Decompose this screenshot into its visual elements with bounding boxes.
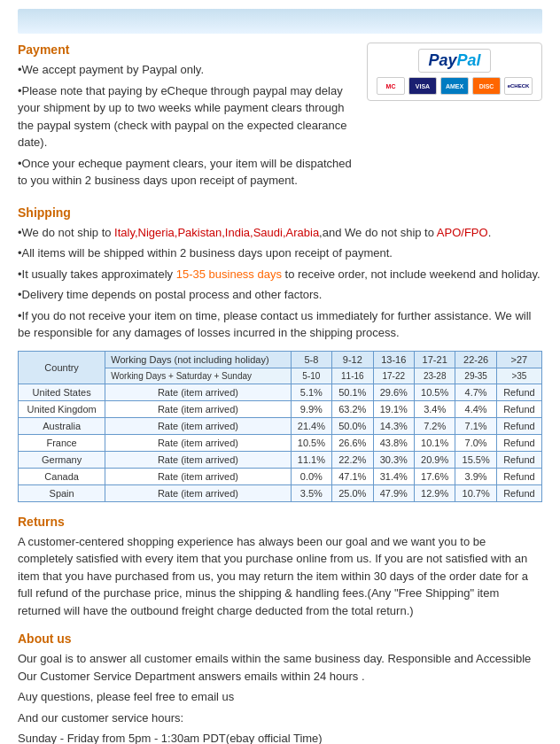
payment-title: Payment <box>18 43 354 57</box>
rate-cell: Rate (item arrived) <box>105 434 291 451</box>
country-cell: Australia <box>19 417 105 434</box>
country-cell: United Kingdom <box>19 400 105 417</box>
table-row: AustraliaRate (item arrived)21.4%50.0%14… <box>19 417 542 434</box>
col-5-8: 5-8 <box>291 351 331 368</box>
shipping-line2: •All items will be shipped within 2 busi… <box>18 244 542 262</box>
value-cell: 47.9% <box>373 484 414 501</box>
working-days-header: Working Days (not including holiday) <box>105 351 291 368</box>
value-cell: 9.9% <box>291 400 331 417</box>
paypal-box: PayPal MC VISA AMEX DISC eCHECK <box>367 43 542 101</box>
sub-col-17-22: 17-22 <box>373 368 414 384</box>
paypal-logo: PayPal <box>418 49 490 73</box>
payment-section: Payment •We accept payment by Paypal onl… <box>18 43 542 193</box>
table-row: FranceRate (item arrived)10.5%26.6%43.8%… <box>19 434 542 451</box>
sub-col-11-16: 11-16 <box>332 368 373 384</box>
country-cell: Spain <box>19 484 105 501</box>
sub-col-23-28: 23-28 <box>414 368 455 384</box>
country-cell: United States <box>19 384 105 400</box>
country-cell: Germany <box>19 451 105 468</box>
value-cell: 7.0% <box>455 434 496 451</box>
value-cell: 63.2% <box>332 400 373 417</box>
value-cell: 21.4% <box>291 417 331 434</box>
sub-col-5-10: 5-10 <box>291 368 331 384</box>
payment-line2: •Please note that paying by eCheque thro… <box>18 82 354 151</box>
payment-text: Payment •We accept payment by Paypal onl… <box>18 43 354 193</box>
value-cell: Refund <box>496 484 541 501</box>
shipping-line4: •Delivery time depends on postal process… <box>18 286 542 304</box>
value-cell: 15.5% <box>455 451 496 468</box>
returns-text: A customer-centered shopping experience … <box>18 533 542 620</box>
shipping-line1-pre: •We do not ship to <box>18 226 114 239</box>
rate-cell: Rate (item arrived) <box>105 468 291 484</box>
visa-icon: VISA <box>408 77 437 95</box>
value-cell: 50.0% <box>332 417 373 434</box>
value-cell: 30.3% <box>373 451 414 468</box>
delivery-table: Country Working Days (not including holi… <box>18 351 542 502</box>
shipping-line3-pre: •It usually takes approximately <box>18 267 176 281</box>
about-title: About us <box>18 632 542 646</box>
shipping-section: Shipping •We do not ship to Italy,Nigeri… <box>18 205 542 502</box>
value-cell: 7.2% <box>414 417 455 434</box>
value-cell: 25.0% <box>332 484 373 501</box>
rate-cell: Rate (item arrived) <box>105 400 291 417</box>
about-line1: Our goal is to answer all customer email… <box>18 650 542 685</box>
payment-line1: •We accept payment by Paypal only. <box>18 61 354 79</box>
about-section: About us Our goal is to answer all custo… <box>18 632 542 744</box>
value-cell: 22.2% <box>332 451 373 468</box>
about-line3: And our customer service hours: <box>18 709 542 727</box>
col-22-26: 22-26 <box>455 351 496 368</box>
payment-line3: •Once your echeque payment clears, your … <box>18 155 354 190</box>
shipping-line1: •We do not ship to Italy,Nigeria,Pakista… <box>18 224 542 242</box>
echeck-icon: eCHECK <box>504 77 533 95</box>
returns-section: Returns A customer-centered shopping exp… <box>18 515 542 620</box>
value-cell: 10.5% <box>414 384 455 400</box>
amex-icon: AMEX <box>440 77 469 95</box>
value-cell: 10.5% <box>291 434 331 451</box>
value-cell: 3.5% <box>291 484 331 501</box>
discover-icon: DISC <box>472 77 501 95</box>
value-cell: 3.9% <box>455 468 496 484</box>
shipping-line3-end: to receive order, not include weekend an… <box>282 267 541 281</box>
country-header: Country <box>19 351 105 384</box>
country-cell: France <box>19 434 105 451</box>
value-cell: 4.4% <box>455 400 496 417</box>
shipping-line5: •If you do not receive your item on time… <box>18 307 542 342</box>
value-cell: 19.1% <box>373 400 414 417</box>
rate-cell: Rate (item arrived) <box>105 484 291 501</box>
rate-cell: Rate (item arrived) <box>105 451 291 468</box>
value-cell: 43.8% <box>373 434 414 451</box>
value-cell: 31.4% <box>373 468 414 484</box>
value-cell: 3.4% <box>414 400 455 417</box>
card-icons: MC VISA AMEX DISC eCHECK <box>377 77 533 95</box>
value-cell: 5.1% <box>291 384 331 400</box>
col-27plus: >27 <box>496 351 541 368</box>
value-cell: Refund <box>496 468 541 484</box>
value-cell: 20.9% <box>414 451 455 468</box>
value-cell: 14.3% <box>373 417 414 434</box>
value-cell: 7.1% <box>455 417 496 434</box>
table-row: CanadaRate (item arrived)0.0%47.1%31.4%1… <box>19 468 542 484</box>
shipping-days: 15-35 business days <box>176 267 282 281</box>
shipping-countries: Italy,Nigeria,Pakistan,India,Saudi,Arabi… <box>114 226 319 239</box>
working-days-plus-header: Working Days + Saturday + Sunday <box>105 368 291 384</box>
shipping-line3: •It usually takes approximately 15-35 bu… <box>18 266 542 283</box>
table-row: SpainRate (item arrived)3.5%25.0%47.9%12… <box>19 484 542 501</box>
value-cell: Refund <box>496 400 541 417</box>
sub-col-35plus: >35 <box>496 368 541 384</box>
shipping-line1-mid: ,and We do not ship to <box>319 226 437 239</box>
shipping-apo: APO/FPO <box>437 226 488 239</box>
rate-cell: Rate (item arrived) <box>105 417 291 434</box>
table-row: United StatesRate (item arrived)5.1%50.1… <box>19 384 542 400</box>
about-line2: Auy questions, please feel free to email… <box>18 688 542 706</box>
table-row: GermanyRate (item arrived)11.1%22.2%30.3… <box>19 451 542 468</box>
table-row: United KingdomRate (item arrived)9.9%63.… <box>19 400 542 417</box>
value-cell: 12.9% <box>414 484 455 501</box>
sub-col-29-35: 29-35 <box>455 368 496 384</box>
country-cell: Canada <box>19 468 105 484</box>
shipping-title: Shipping <box>18 205 542 220</box>
returns-title: Returns <box>18 515 542 529</box>
rate-cell: Rate (item arrived) <box>105 384 291 400</box>
value-cell: 10.7% <box>455 484 496 501</box>
value-cell: 4.7% <box>455 384 496 400</box>
about-line4: Sunday - Friday from 5pm - 1:30am PDT(eb… <box>18 730 542 744</box>
